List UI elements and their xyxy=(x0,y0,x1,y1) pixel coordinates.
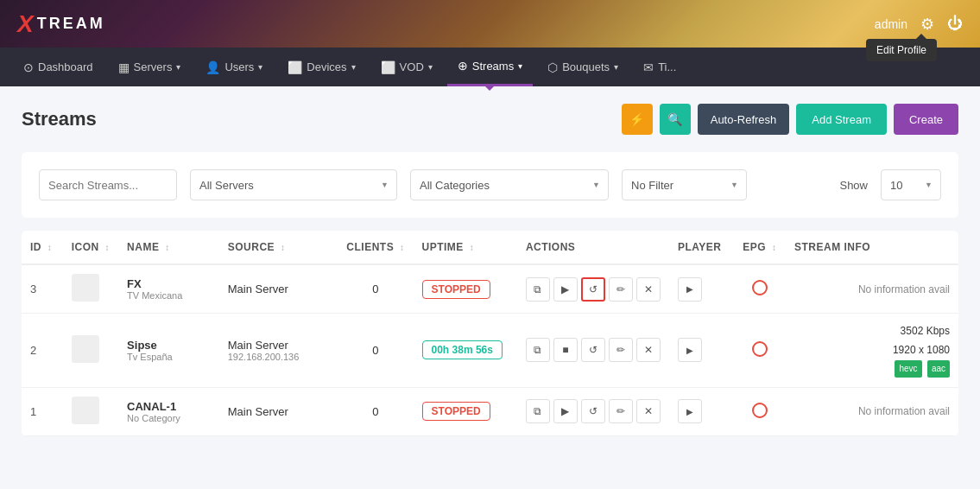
auto-refresh-button[interactable]: Auto-Refresh xyxy=(698,104,790,135)
stream-res: 1920 x 1080 xyxy=(794,341,950,360)
tickets-icon: ✉ xyxy=(643,60,654,74)
player-play-btn[interactable]: ▶ xyxy=(678,338,702,362)
categories-select-wrapper: All Categories xyxy=(410,169,609,200)
row-icon xyxy=(63,387,118,435)
action-buttons: ⧉ ▶ ↺ ✏ ✕ xyxy=(526,399,661,423)
table-row: 1 CANAL-1 No Category Main Server 0 STOP… xyxy=(22,387,958,435)
nav-users-label: Users xyxy=(224,60,254,73)
search-button[interactable]: 🔍 xyxy=(660,104,691,135)
show-label: Show xyxy=(839,179,868,192)
action-edit-btn[interactable]: ✏ xyxy=(609,399,633,423)
sidebar-item-streams[interactable]: ⊕ Streams ▾ xyxy=(447,48,533,86)
col-uptime: UPTIME ↕ xyxy=(414,231,517,264)
settings-icon[interactable]: ⚙ xyxy=(920,15,934,34)
epg-circle xyxy=(752,403,768,418)
row-clients: 0 xyxy=(338,314,413,388)
row-actions: ⧉ ▶ ↺ ✏ ✕ xyxy=(517,264,669,314)
edit-profile-tooltip: Edit Profile xyxy=(866,39,937,61)
epg-circle xyxy=(752,341,768,357)
action-copy-btn[interactable]: ⧉ xyxy=(526,277,550,302)
dashboard-icon: ⊙ xyxy=(23,60,34,74)
add-stream-button[interactable]: Add Stream xyxy=(796,104,887,135)
row-uptime: STOPPED xyxy=(414,387,517,435)
page-title: Streams xyxy=(22,108,97,130)
stream-name: FX xyxy=(127,277,211,290)
stream-icon xyxy=(72,335,99,363)
streams-dropdown-arrow: ▾ xyxy=(518,61,522,71)
row-uptime: 00h 38m 56s xyxy=(414,314,517,388)
show-count-select-wrapper: 10 25 50 100 xyxy=(881,169,941,200)
stream-sub: Tv España xyxy=(127,352,211,362)
source-sort[interactable]: ↕ xyxy=(281,243,286,252)
uptime-sort[interactable]: ↕ xyxy=(470,243,475,252)
col-epg: EPG ↕ xyxy=(734,231,786,264)
icon-sort[interactable]: ↕ xyxy=(105,243,111,252)
action-copy-btn[interactable]: ⧉ xyxy=(526,338,550,362)
show-count-select[interactable]: 10 25 50 100 xyxy=(881,169,941,200)
row-stream-info: 3502 Kbps 1920 x 1080 hevc aac xyxy=(786,314,958,388)
servers-dropdown-arrow: ▾ xyxy=(176,62,180,72)
action-restart-btn[interactable]: ↺ xyxy=(581,277,605,302)
page-title-bar: Streams ⚡ 🔍 Auto-Refresh Add Stream Crea… xyxy=(22,104,958,135)
sidebar-item-tickets[interactable]: ✉ Ti... xyxy=(633,48,686,86)
logo-x: X xyxy=(17,10,34,38)
sidebar-item-bouquets[interactable]: ⬡ Bouquets ▾ xyxy=(537,48,629,86)
sidebar-item-vod[interactable]: ⬜ VOD ▾ xyxy=(370,48,443,86)
search-icon: 🔍 xyxy=(667,112,682,126)
filter-button[interactable]: ⚡ xyxy=(622,104,653,135)
col-id: ID ↕ xyxy=(22,231,63,264)
action-delete-btn[interactable]: ✕ xyxy=(636,277,661,302)
stream-info-text: No information avail xyxy=(858,405,950,417)
player-play-btn[interactable]: ▶ xyxy=(678,277,702,302)
search-input[interactable] xyxy=(39,169,177,200)
streams-table-container: ID ↕ ICON ↕ NAME ↕ SOURCE ↕ CLIENTS ↕ UP… xyxy=(22,231,958,436)
servers-select[interactable]: All Servers xyxy=(190,169,397,200)
action-play-btn[interactable]: ▶ xyxy=(553,399,578,423)
action-stop-btn[interactable]: ■ xyxy=(553,338,578,362)
action-delete-btn[interactable]: ✕ xyxy=(636,338,661,362)
status-badge: STOPPED xyxy=(422,280,490,299)
table-row: 2 Sipse Tv España Main Server 192.168.20… xyxy=(22,314,958,388)
row-source: Main Server 192.168.200.136 xyxy=(219,314,338,388)
vod-dropdown-arrow: ▾ xyxy=(428,62,433,72)
clients-sort[interactable]: ↕ xyxy=(400,243,405,252)
source-ip: 192.168.200.136 xyxy=(228,352,330,362)
sidebar-item-servers[interactable]: ▦ Servers ▾ xyxy=(108,48,192,86)
player-play-btn[interactable]: ▶ xyxy=(678,399,702,423)
action-delete-btn[interactable]: ✕ xyxy=(636,399,661,423)
users-dropdown-arrow: ▾ xyxy=(258,62,262,72)
row-name: FX TV Mexicana xyxy=(118,264,219,314)
row-id: 2 xyxy=(22,314,63,388)
categories-select[interactable]: All Categories xyxy=(410,169,609,200)
nav-tickets-label: Ti... xyxy=(658,60,676,73)
row-actions: ⧉ ▶ ↺ ✏ ✕ xyxy=(517,387,669,435)
stream-sub: No Category xyxy=(127,413,211,423)
main-content: Streams ⚡ 🔍 Auto-Refresh Add Stream Crea… xyxy=(0,86,980,454)
filter-icon: ⚡ xyxy=(629,112,644,126)
col-source: SOURCE ↕ xyxy=(219,231,338,264)
action-edit-btn[interactable]: ✏ xyxy=(609,277,633,302)
no-filter-select[interactable]: No Filter xyxy=(622,169,747,200)
sidebar-item-devices[interactable]: ⬜ Devices ▾ xyxy=(277,48,365,86)
filters-row: All Servers All Categories No Filter Sho… xyxy=(22,152,958,218)
col-stream-info: STREAM INFO xyxy=(786,231,958,264)
sidebar-item-users[interactable]: 👤 Users ▾ xyxy=(195,48,273,86)
row-player: ▶ xyxy=(669,387,734,435)
header-right: admin ⚙ ⏻ xyxy=(875,15,963,34)
power-icon[interactable]: ⏻ xyxy=(947,15,963,33)
devices-icon: ⬜ xyxy=(288,60,302,74)
id-sort[interactable]: ↕ xyxy=(47,243,53,252)
action-restart-btn[interactable]: ↺ xyxy=(581,399,605,423)
action-restart-btn[interactable]: ↺ xyxy=(581,338,605,362)
action-copy-btn[interactable]: ⧉ xyxy=(526,399,550,423)
name-sort[interactable]: ↕ xyxy=(165,243,170,252)
sidebar-item-dashboard[interactable]: ⊙ Dashboard xyxy=(13,48,104,86)
col-clients: CLIENTS ↕ xyxy=(338,231,413,264)
action-edit-btn[interactable]: ✏ xyxy=(609,338,633,362)
epg-sort[interactable]: ↕ xyxy=(772,243,777,252)
create-button[interactable]: Create xyxy=(894,104,958,135)
row-id: 1 xyxy=(22,387,63,435)
stream-name: CANAL-1 xyxy=(127,400,211,413)
source-name: Main Server xyxy=(228,405,330,418)
action-play-btn[interactable]: ▶ xyxy=(553,277,578,302)
